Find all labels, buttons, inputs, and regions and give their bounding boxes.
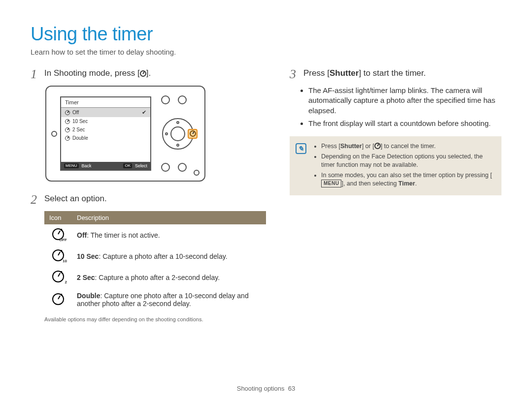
camera-button xyxy=(161,163,170,172)
table-row: OFF Off: The timer is not active. xyxy=(44,224,266,246)
table-row: 2 2 Sec: Capture a photo after a 2-secon… xyxy=(44,267,266,288)
table-row: 10 10 Sec: Capture a photo after a 10-se… xyxy=(44,246,266,267)
timer-button-highlight xyxy=(188,129,198,139)
camera-screen: Timer Off✔ 10 Sec 2 Sec Double MENU Back… xyxy=(60,96,151,171)
page-title: Using the timer xyxy=(31,24,501,45)
page-footer: Shooting options 63 xyxy=(0,385,532,392)
timer-double-icon xyxy=(52,293,64,305)
menu-badge-icon: MENU xyxy=(321,180,341,187)
table-row: Double: Capture one photo after a 10-sec… xyxy=(44,288,266,311)
menu-footer: MENU Back OK Select xyxy=(61,162,150,170)
step-number: 1 xyxy=(31,68,39,81)
options-table: Icon Description OFF Off: The timer is n… xyxy=(44,211,266,311)
step-2-text: Select an option. xyxy=(44,193,107,204)
camera-button xyxy=(161,95,170,104)
note-box: ✎ Press [Shutter] or [] to cancel the ti… xyxy=(290,136,501,195)
camera-illustration: Timer Off✔ 10 Sec 2 Sec Double MENU Back… xyxy=(45,86,266,182)
list-item: The AF-assist light/timer lamp blinks. T… xyxy=(308,86,501,116)
table-footnote: Available options may differ depending o… xyxy=(44,316,266,322)
col-icon: Icon xyxy=(44,211,72,224)
step-1: 1 In Shooting mode, press []. xyxy=(31,68,266,81)
check-icon: ✔ xyxy=(142,109,146,116)
timer-off-icon: OFF xyxy=(52,228,64,240)
step-1-text: In Shooting mode, press []. xyxy=(44,68,151,79)
timer-10-icon: 10 xyxy=(52,249,64,261)
left-column: 1 In Shooting mode, press []. Timer Off✔… xyxy=(31,68,266,322)
step-2: 2 Select an option. xyxy=(31,193,266,206)
menu-badge-icon: MENU xyxy=(64,163,79,168)
right-column: 3 Press [Shutter] to start the timer. Th… xyxy=(290,68,501,322)
timer-icon xyxy=(140,70,146,77)
step-3: 3 Press [Shutter] to start the timer. xyxy=(290,68,501,81)
menu-row-2sec[interactable]: 2 Sec xyxy=(61,125,150,134)
note-icon: ✎ xyxy=(296,143,306,154)
list-item: Press [Shutter] or [] to cancel the time… xyxy=(321,142,495,151)
list-item: In some modes, you can also set the time… xyxy=(321,171,495,188)
step-3-bullets: The AF-assist light/timer lamp blinks. T… xyxy=(290,86,501,128)
timer-2-icon: 2 xyxy=(52,271,64,282)
menu-row-10sec[interactable]: 10 Sec xyxy=(61,117,150,125)
menu-row-off[interactable]: Off✔ xyxy=(61,108,150,117)
step-number: 2 xyxy=(31,193,39,206)
step-3-text: Press [Shutter] to start the timer. xyxy=(303,68,426,79)
step-number: 3 xyxy=(290,68,299,81)
menu-row-double[interactable]: Double xyxy=(61,134,150,142)
timer-icon xyxy=(374,143,381,149)
col-description: Description xyxy=(72,211,266,224)
camera-button xyxy=(178,163,187,172)
list-item: Depending on the Face Detection options … xyxy=(321,153,495,169)
ok-badge-icon: OK xyxy=(123,163,132,168)
page-subtitle: Learn how to set the timer to delay shoo… xyxy=(31,48,501,56)
list-item: The front display will start a countdown… xyxy=(308,119,501,128)
camera-button xyxy=(178,95,187,104)
menu-title: Timer xyxy=(61,97,150,108)
